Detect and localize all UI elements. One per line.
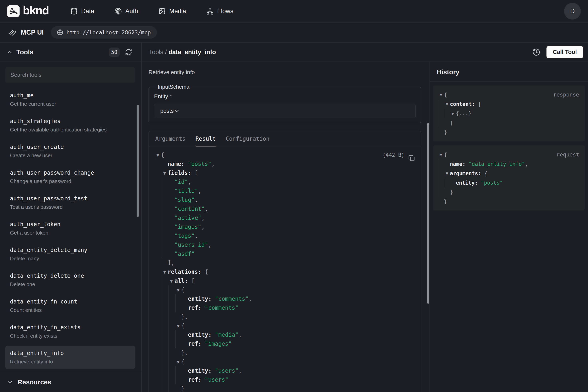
json-indent	[439, 159, 450, 169]
json-punctuation: {	[444, 152, 447, 158]
tool-name: data_entity_fn_exists	[10, 324, 131, 331]
tool-list-item[interactable]: data_entity_delete_manyDelete many	[5, 242, 135, 266]
json-punctuation: {	[181, 358, 185, 365]
tab-configuration[interactable]: Configuration	[226, 136, 269, 146]
tools-section-header[interactable]: Tools 50	[0, 42, 141, 62]
top-navbar: bknd Data	[0, 0, 588, 22]
collapse-triangle-icon[interactable]: ▼	[440, 153, 442, 157]
entity-select-value: posts	[160, 108, 174, 114]
chevron-down-icon	[174, 108, 180, 114]
nav-item-auth[interactable]: Auth	[115, 8, 138, 15]
expand-triangle-icon[interactable]: ▶	[452, 112, 454, 116]
tool-list-item[interactable]: data_entity_fn_existsCheck if entity exi…	[5, 320, 135, 343]
image-icon	[159, 8, 166, 15]
json-string: "id"	[175, 178, 188, 185]
entity-select[interactable]: posts	[154, 104, 415, 118]
json-indent: ▼	[155, 168, 168, 178]
json-line: ],	[155, 258, 415, 267]
nav-label: Flows	[217, 8, 233, 15]
refresh-icon[interactable]	[125, 48, 132, 56]
json-punctuation: ,	[238, 368, 242, 374]
json-key: entity:	[188, 368, 215, 374]
tool-list-item[interactable]: auth_meGet the current user	[5, 88, 135, 111]
tool-list-item[interactable]: data_entity_infoRetrieve entity info	[5, 346, 135, 369]
collapse-triangle-icon[interactable]: ▼	[177, 324, 180, 328]
json-indent	[439, 118, 450, 128]
tool-list-item[interactable]: auth_user_password_testTest a user's pas…	[5, 191, 135, 214]
json-indent	[155, 312, 181, 321]
json-line: "title",	[155, 186, 415, 196]
tool-description: Count entities	[10, 307, 131, 313]
json-punctuation: [	[195, 170, 198, 176]
brand[interactable]: bknd	[7, 4, 49, 18]
collapse-triangle-icon[interactable]: ▼	[177, 288, 180, 292]
json-line: "users_id",	[155, 240, 415, 249]
tool-list-item[interactable]: auth_user_tokenGet a user token	[5, 217, 135, 240]
json-indent	[155, 222, 175, 231]
bknd-logo-icon	[7, 6, 19, 17]
json-line: ]	[439, 118, 579, 128]
json-indent	[439, 188, 450, 197]
json-line: entity: "users",	[155, 366, 415, 375]
history-cards: ▼{response▼content: [▶{...}]}▼{requestna…	[430, 82, 588, 214]
mcp-url-pill[interactable]: http://localhost:28623/mcp	[51, 26, 157, 38]
collapse-triangle-icon[interactable]: ▼	[440, 93, 442, 97]
history-clock-icon[interactable]	[532, 48, 541, 56]
copy-icon[interactable]	[408, 143, 415, 167]
json-string: "title"	[175, 188, 198, 194]
json-key: name:	[450, 161, 469, 167]
json-line: ▶{...}	[439, 109, 579, 118]
json-string: "slug"	[175, 196, 195, 203]
panes: Retrieve entity info InputSchema Entity …	[142, 62, 588, 392]
collapse-triangle-icon[interactable]: ▼	[163, 270, 166, 274]
main-scrollbar-thumb[interactable]	[427, 123, 429, 304]
tool-list-item[interactable]: data_entity_fn_countCount entities	[5, 294, 135, 318]
tool-list-item[interactable]: data_entity_delete_oneDelete one	[5, 268, 135, 292]
call-tool-button[interactable]: Call Tool	[547, 46, 583, 58]
search-input[interactable]	[5, 67, 135, 83]
collapse-triangle-icon[interactable]: ▼	[170, 279, 173, 283]
history-card-label: response	[553, 92, 579, 98]
tool-description: Delete one	[10, 281, 131, 288]
tab-result[interactable]: Result	[196, 136, 216, 146]
tool-list-item[interactable]: auth_user_createCreate a new user	[5, 140, 135, 163]
sidebar-scrollbar-thumb[interactable]	[137, 105, 139, 217]
json-line: ▼arguments: {	[439, 169, 579, 178]
tool-list-item[interactable]: auth_user_password_changeChange a user's…	[5, 165, 135, 188]
tools-section-title: Tools	[16, 48, 33, 56]
tool-name: data_entity_fn_count	[10, 298, 131, 305]
nav-label: Data	[81, 8, 94, 15]
json-line: ▼{request	[439, 150, 579, 159]
chevron-up-icon[interactable]	[7, 49, 13, 55]
tools-list: auth_meGet the current userauth_strategi…	[5, 88, 135, 369]
collapse-triangle-icon[interactable]: ▼	[446, 172, 448, 176]
collapse-triangle-icon[interactable]: ▼	[177, 360, 180, 364]
tab-arguments[interactable]: Arguments	[155, 136, 186, 146]
json-indent: ▼	[155, 276, 175, 285]
json-string: "images"	[205, 340, 232, 347]
json-line: },	[155, 312, 415, 321]
json-line: ▼{(442 B)	[155, 150, 415, 160]
tool-description: Delete many	[10, 256, 131, 262]
collapse-triangle-icon[interactable]: ▼	[163, 171, 166, 175]
json-string: "posts"	[188, 161, 211, 167]
breadcrumb-section[interactable]: Tools	[149, 48, 163, 56]
nav-item-data[interactable]: Data	[70, 8, 94, 15]
tool-name: auth_user_create	[10, 144, 131, 150]
json-punctuation: ,	[201, 224, 205, 230]
json-indent: ▼	[155, 285, 181, 294]
resources-section-header[interactable]: Resources	[0, 372, 141, 392]
history-card-response[interactable]: ▼{response▼content: [▶{...}]}	[433, 86, 585, 141]
history-card-request[interactable]: ▼{requestname: "data_entity_info",▼argum…	[433, 146, 585, 210]
tool-list-item[interactable]: auth_strategiesGet the available authent…	[5, 114, 135, 137]
nav-item-flows[interactable]: Flows	[206, 8, 233, 15]
collapse-triangle-icon[interactable]: ▼	[446, 102, 448, 106]
json-punctuation: }	[181, 386, 185, 392]
nav-item-media[interactable]: Media	[159, 8, 186, 15]
json-punctuation: ,	[238, 332, 242, 338]
user-avatar[interactable]: D	[564, 3, 581, 20]
collapse-triangle-icon[interactable]: ▼	[156, 153, 159, 157]
content-region: Tools 50 auth_meGet the current userauth…	[0, 42, 588, 392]
tool-name: auth_user_token	[10, 221, 131, 228]
chevron-down-icon[interactable]	[7, 379, 13, 385]
